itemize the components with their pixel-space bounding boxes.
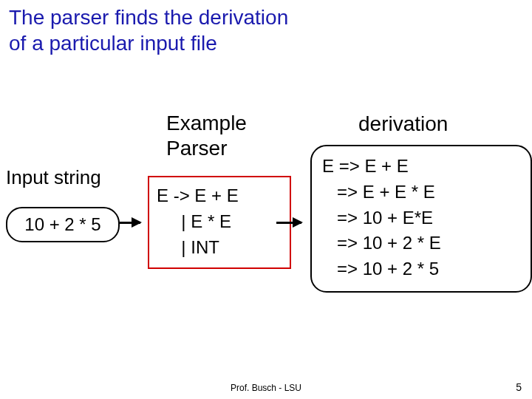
derivation-line: => 10 + 2 * E: [322, 231, 520, 256]
parser-title: Example Parser: [166, 111, 247, 160]
title-line-1: The parser finds the derivation: [9, 6, 288, 29]
derivation-line: => 10 + E*E: [322, 205, 520, 231]
derivation-line: => E + E * E: [322, 180, 520, 205]
input-string-box: 10 + 2 * 5: [6, 207, 120, 242]
derivation-line: => 10 + 2 * 5: [322, 256, 520, 282]
parser-title-line-2: Parser: [166, 137, 227, 160]
slide-title: The parser finds the derivation of a par…: [9, 4, 288, 56]
arrow-icon: [276, 222, 301, 224]
grammar-line: E -> E + E: [157, 183, 282, 209]
grammar-line: | INT: [157, 235, 282, 261]
derivation-box: E => E + E => E + E * E => 10 + E*E => 1…: [310, 145, 532, 293]
title-line-2: of a particular input file: [9, 32, 217, 55]
grammar-line: | E * E: [157, 209, 282, 235]
footer-text: Prof. Busch - LSU: [0, 383, 532, 393]
input-string-label: Input string: [6, 166, 101, 189]
grammar-box: E -> E + E | E * E | INT: [148, 176, 291, 269]
page-number: 5: [516, 381, 522, 393]
derivation-title: derivation: [358, 112, 448, 136]
derivation-line: E => E + E: [322, 154, 520, 180]
parser-title-line-1: Example: [166, 112, 247, 134]
arrow-icon: [118, 222, 140, 224]
input-string-value: 10 + 2 * 5: [24, 214, 100, 235]
